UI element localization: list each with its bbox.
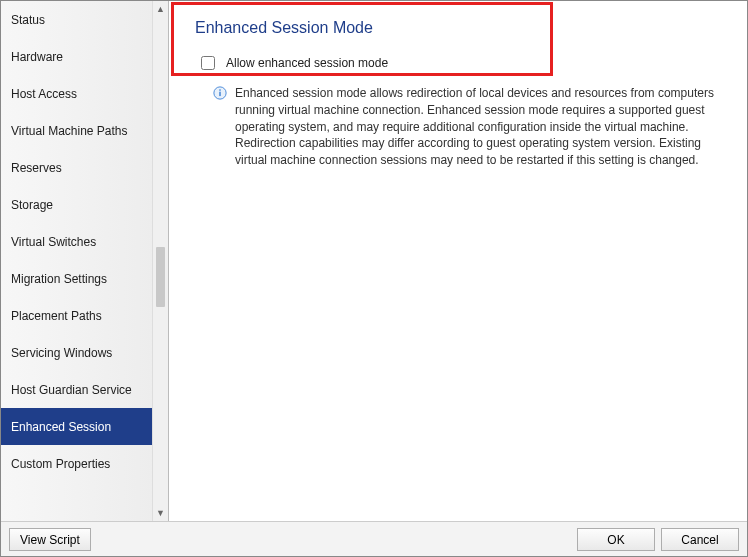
info-row: Enhanced session mode allows redirection… (213, 85, 721, 169)
sidebar-item-label: Virtual Switches (11, 235, 96, 249)
svg-rect-1 (219, 92, 220, 96)
info-icon (213, 86, 227, 100)
sidebar-item-label: Hardware (11, 50, 63, 64)
sidebar-item-host-guardian-service[interactable]: Host Guardian Service (1, 371, 159, 408)
content-panel: Enhanced Session Mode Allow enhanced ses… (169, 1, 747, 521)
sidebar-item-placement-paths[interactable]: Placement Paths (1, 297, 159, 334)
allow-enhanced-session-checkbox[interactable] (201, 56, 215, 70)
checkbox-label: Allow enhanced session mode (226, 56, 388, 70)
page-title: Enhanced Session Mode (195, 19, 721, 37)
allow-enhanced-session-checkbox-row[interactable]: Allow enhanced session mode (197, 53, 721, 73)
sidebar-item-label: Placement Paths (11, 309, 102, 323)
sidebar-item-label: Custom Properties (11, 457, 110, 471)
sidebar-item-label: Enhanced Session (11, 420, 111, 434)
sidebar-item-virtual-machine-paths[interactable]: Virtual Machine Paths (1, 112, 159, 149)
ok-button[interactable]: OK (577, 528, 655, 551)
sidebar: Status Hardware Host Access Virtual Mach… (1, 1, 169, 521)
sidebar-scrollbar[interactable]: ▲ ▼ (152, 1, 168, 521)
sidebar-item-migration-settings[interactable]: Migration Settings (1, 260, 159, 297)
scroll-track[interactable] (153, 17, 168, 505)
sidebar-item-storage[interactable]: Storage (1, 186, 159, 223)
svg-rect-2 (219, 89, 220, 90)
sidebar-scroll-area: Status Hardware Host Access Virtual Mach… (1, 1, 168, 521)
sidebar-item-label: Host Guardian Service (11, 383, 132, 397)
sidebar-item-label: Virtual Machine Paths (11, 124, 128, 138)
footer: View Script OK Cancel (1, 521, 747, 557)
sidebar-item-label: Servicing Windows (11, 346, 112, 360)
sidebar-item-reserves[interactable]: Reserves (1, 149, 159, 186)
sidebar-item-label: Migration Settings (11, 272, 107, 286)
sidebar-item-virtual-switches[interactable]: Virtual Switches (1, 223, 159, 260)
sidebar-item-servicing-windows[interactable]: Servicing Windows (1, 334, 159, 371)
sidebar-item-custom-properties[interactable]: Custom Properties (1, 445, 159, 482)
cancel-button[interactable]: Cancel (661, 528, 739, 551)
sidebar-item-label: Host Access (11, 87, 77, 101)
scroll-thumb[interactable] (156, 247, 165, 307)
sidebar-item-label: Status (11, 13, 45, 27)
scroll-up-icon[interactable]: ▲ (153, 1, 168, 17)
sidebar-list: Status Hardware Host Access Virtual Mach… (1, 1, 159, 521)
sidebar-item-enhanced-session[interactable]: Enhanced Session (1, 408, 159, 445)
scroll-down-icon[interactable]: ▼ (153, 505, 168, 521)
sidebar-item-label: Reserves (11, 161, 62, 175)
sidebar-item-status[interactable]: Status (1, 1, 159, 38)
sidebar-item-host-access[interactable]: Host Access (1, 75, 159, 112)
sidebar-item-hardware[interactable]: Hardware (1, 38, 159, 75)
view-script-button[interactable]: View Script (9, 528, 91, 551)
info-text: Enhanced session mode allows redirection… (235, 85, 721, 169)
sidebar-item-label: Storage (11, 198, 53, 212)
main-area: Status Hardware Host Access Virtual Mach… (1, 1, 747, 521)
